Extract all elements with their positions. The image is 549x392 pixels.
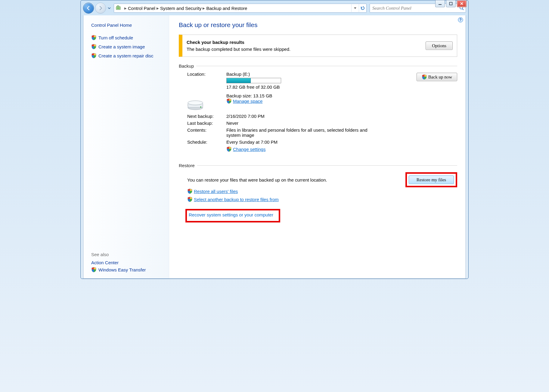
refresh-button[interactable] — [359, 4, 366, 12]
next-backup-label: Next backup: — [187, 114, 226, 119]
backup-results-notice: Check your backup results The backup com… — [179, 35, 457, 57]
page-title: Back up or restore your files — [179, 21, 457, 29]
sidebar-link-label: Turn off schedule — [98, 35, 133, 40]
restore-all-users-link[interactable]: Restore all users' files — [187, 188, 238, 194]
schedule-value: Every Sunday at 7:00 PM — [226, 139, 457, 145]
group-label-text: Restore — [179, 163, 195, 168]
minimize-button[interactable] — [435, 0, 445, 7]
maximize-button[interactable] — [446, 0, 456, 7]
breadcrumb-item[interactable]: Control Panel — [128, 6, 155, 11]
capacity-fill — [227, 78, 251, 83]
schedule-label: Schedule: — [187, 139, 226, 145]
change-settings-label: Change settings — [233, 147, 265, 152]
nav-back-button[interactable] — [83, 3, 94, 14]
shield-icon — [226, 98, 232, 104]
notice-title: Check your backup results — [187, 40, 426, 45]
svg-line-5 — [462, 9, 464, 10]
window-frame: ▶ Control Panel ▶ System and Security ▶ … — [80, 0, 469, 279]
options-button[interactable]: Options — [426, 41, 453, 50]
sidebar-link-action-center[interactable]: Action Center — [91, 260, 165, 265]
chevron-right-icon: ▶ — [157, 7, 159, 10]
close-button[interactable] — [457, 0, 467, 7]
backup-group-label: Backup — [179, 63, 457, 69]
last-backup-value: Never — [226, 121, 457, 126]
svg-text:?: ? — [459, 18, 461, 22]
sidebar: Control Panel Home Turn off schedule Cre… — [83, 15, 169, 278]
address-bar[interactable]: ▶ Control Panel ▶ System and Security ▶ … — [114, 4, 367, 13]
svg-point-11 — [200, 106, 201, 108]
notice-body: The backup completed but some files were… — [187, 47, 290, 52]
backup-size-text: Backup size: 13.15 GB — [226, 93, 417, 98]
manage-space-label: Manage space — [233, 99, 262, 104]
restore-my-files-button[interactable]: Restore my files — [409, 176, 454, 184]
highlight-annotation: Restore my files — [405, 172, 457, 187]
breadcrumb-item[interactable]: System and Security — [160, 6, 202, 11]
sidebar-link-easy-transfer[interactable]: Windows Easy Transfer — [91, 267, 165, 272]
breadcrumb-item[interactable]: Backup and Restore — [206, 6, 247, 11]
help-icon[interactable]: ? — [458, 17, 463, 23]
backup-now-button[interactable]: Back up now — [417, 73, 457, 81]
shield-icon — [91, 35, 97, 40]
recover-system-link[interactable]: Recover system settings or your computer — [189, 212, 273, 217]
highlight-annotation: Recover system settings or your computer — [185, 209, 280, 222]
shield-icon — [91, 44, 97, 49]
last-backup-label: Last backup: — [187, 121, 226, 126]
select-another-backup-label: Select another backup to restore files f… — [194, 197, 279, 202]
group-label-text: Backup — [179, 63, 194, 69]
sidebar-home-link[interactable]: Control Panel Home — [91, 23, 165, 28]
select-another-backup-link[interactable]: Select another backup to restore files f… — [187, 197, 279, 202]
svg-rect-3 — [117, 7, 120, 9]
drive-name: Backup (E:) — [226, 72, 417, 77]
svg-rect-1 — [450, 2, 452, 5]
svg-point-10 — [188, 101, 203, 105]
shield-icon — [187, 188, 193, 194]
capacity-text: 17.82 GB free of 32.00 GB — [226, 84, 417, 90]
backup-now-label: Back up now — [428, 75, 452, 80]
sidebar-link-label: Windows Easy Transfer — [98, 267, 146, 272]
svg-rect-0 — [439, 4, 442, 5]
location-label: Location: — [187, 72, 226, 77]
sidebar-link-label: Create a system image — [98, 44, 145, 49]
sidebar-link-create-repair-disc[interactable]: Create a system repair disc — [91, 53, 165, 58]
shield-icon — [422, 74, 427, 80]
content-pane: ? Back up or restore your files Check yo… — [169, 15, 466, 278]
sidebar-link-create-system-image[interactable]: Create a system image — [91, 44, 165, 49]
shield-icon — [226, 146, 232, 152]
drive-icon — [187, 99, 206, 112]
toolbar: ▶ Control Panel ▶ System and Security ▶ … — [81, 0, 468, 15]
sidebar-link-turn-off-schedule[interactable]: Turn off schedule — [91, 35, 165, 40]
chevron-right-icon: ▶ — [203, 7, 205, 10]
sidebar-link-label: Create a system repair disc — [98, 53, 154, 58]
nav-forward-button[interactable] — [95, 3, 106, 14]
shield-icon — [187, 197, 193, 202]
chevron-right-icon: ▶ — [124, 7, 127, 10]
restore-all-users-label: Restore all users' files — [194, 189, 238, 194]
shield-icon — [91, 53, 97, 58]
contents-label: Contents: — [187, 127, 226, 138]
next-backup-value: 2/16/2020 7:00 PM — [226, 114, 457, 119]
sidebar-link-label: Action Center — [91, 260, 119, 265]
restore-intro-text: You can restore your files that were bac… — [187, 177, 405, 182]
contents-value: Files in libraries and personal folders … — [226, 127, 368, 138]
change-settings-link[interactable]: Change settings — [226, 146, 265, 152]
shield-icon — [91, 267, 97, 272]
manage-space-link[interactable]: Manage space — [226, 98, 262, 104]
address-dropdown-button[interactable] — [351, 4, 359, 12]
restore-group-label: Restore — [179, 163, 457, 168]
capacity-bar — [226, 78, 281, 83]
control-panel-icon — [115, 5, 122, 11]
nav-history-dropdown[interactable] — [107, 7, 111, 10]
see-also-label: See also — [91, 252, 165, 257]
